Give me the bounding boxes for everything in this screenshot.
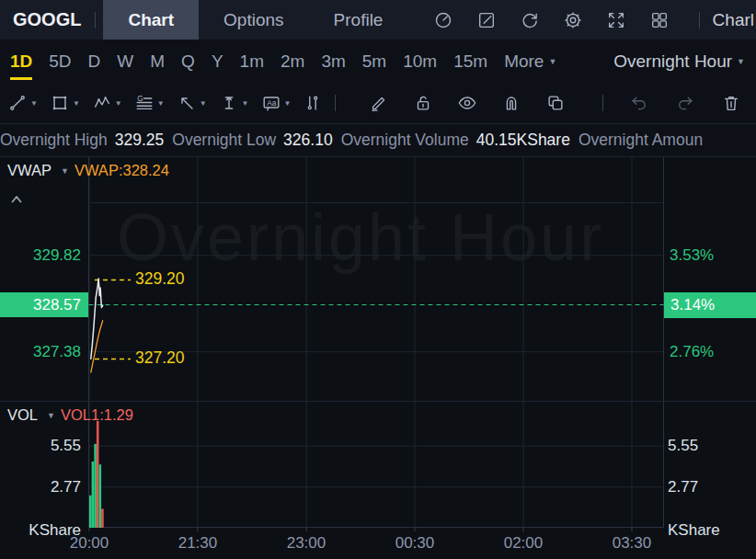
trading-app: GOOGL ChartOptionsProfile Charl 1D5DDWMQ…: [0, 0, 756, 559]
collapse-axis-button[interactable]: [9, 192, 24, 211]
volume-bar: [94, 444, 97, 528]
volume-bar: [99, 464, 102, 528]
chart-plot[interactable]: [0, 0, 756, 559]
vwap-value: VWAP:328.24: [74, 162, 169, 179]
vwap-legend: VWAP ▼ VWAP:328.24: [7, 162, 169, 179]
chevron-down-icon: ▼: [61, 166, 69, 176]
volume-bar: [101, 508, 104, 528]
vol-legend-label: VOL: [7, 406, 38, 424]
vwap-legend-label: VWAP: [7, 162, 52, 179]
vol-value: VOL1:1.29: [61, 406, 133, 424]
vwap-legend-toggle[interactable]: VWAP ▼: [7, 162, 69, 179]
vol-legend-toggle[interactable]: VOL ▼: [7, 406, 55, 424]
chart-area: Overnight Hour 20:0021:3023:0000:3002:00…: [0, 0, 756, 559]
volume-bar: [92, 462, 95, 528]
chevron-down-icon: ▼: [47, 411, 55, 420]
volume-bar: [89, 496, 92, 528]
chevron-up-icon: [9, 192, 24, 207]
price-line: [91, 279, 103, 359]
volume-bar: [97, 421, 99, 528]
vol-legend: VOL ▼ VOL1:1.29: [7, 406, 133, 424]
